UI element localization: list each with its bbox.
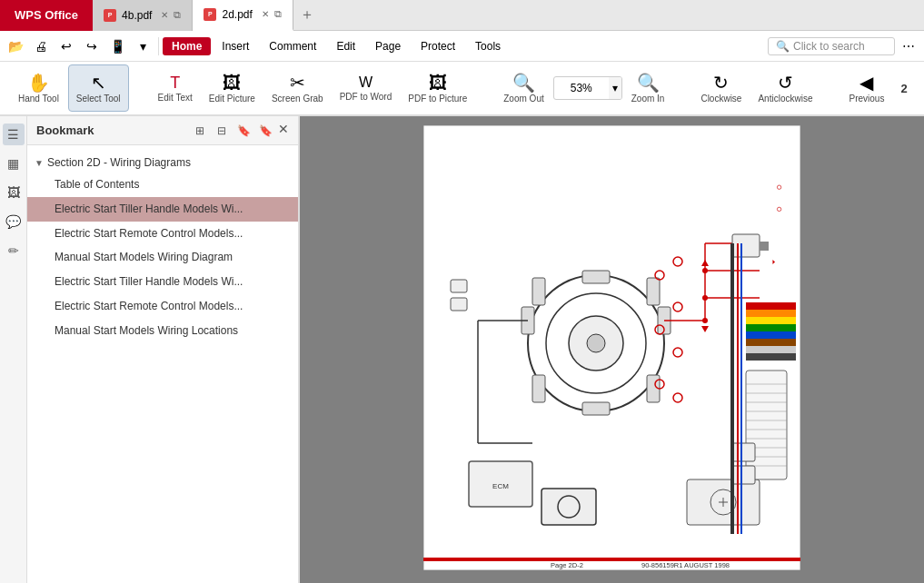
tool-group-nav: ✋ Hand Tool ↖ Select Tool [7,64,133,112]
bookmark-item-es-tiller[interactable]: Electric Start Tiller Handle Models Wi..… [27,197,298,222]
menu-comment[interactable]: Comment [260,37,325,55]
svg-rect-7 [582,402,610,415]
toolbar: ✋ Hand Tool ↖ Select Tool T Edit Text 🖼 … [0,62,924,116]
bookmark-item-es-tiller-label: Electric Start Tiller Handle Models Wi..… [55,203,243,215]
pdf-icon-4b: P [104,9,116,22]
svg-point-21 [702,295,708,301]
pdf-to-picture-label: PDF to Picture [408,94,467,104]
anticlockwise-icon: ↺ [778,74,793,92]
pdf-word-icon: W [359,75,373,90]
bookmark-content: ▼ Section 2D - Wiring Diagrams Table of … [27,145,298,583]
anticlockwise-button[interactable]: ↺ Anticlockwise [750,64,820,112]
sidebar-comment-icon[interactable]: 💬 [3,211,25,232]
tab-2d[interactable]: P 2d.pdf ✕ ⧉ [193,0,293,31]
tab-4b[interactable]: P 4b.pdf ✕ ⧉ [93,0,193,31]
pdf-to-word-button[interactable]: W PDF to Word [333,64,400,112]
bookmark-item-es-remote2[interactable]: Electric Start Remote Control Models... [27,294,298,319]
sidebar-page-icon[interactable]: ▦ [3,153,25,174]
menu-edit[interactable]: Edit [327,37,364,55]
svg-rect-60 [760,242,769,251]
sidebar-annotation-icon[interactable]: ✏ [3,240,25,262]
svg-text:Page 2D-2: Page 2D-2 [551,561,583,569]
print-button[interactable]: 🖨 [29,35,53,58]
bookmark-item-es-remote2-label: Electric Start Remote Control Models... [55,300,243,312]
menu-tools[interactable]: Tools [466,37,510,55]
bookmark-action-2[interactable]: ⊟ [213,122,231,140]
search-bar[interactable]: 🔍 Click to search [768,37,895,55]
edit-picture-button[interactable]: 🖼 Edit Picture [202,64,263,112]
tab-2d-restore[interactable]: ⧉ [274,8,282,20]
hand-tool-button[interactable]: ✋ Hand Tool [11,64,66,112]
bookmark-item-ms-locations[interactable]: Manual Start Models Wiring Locations [27,319,298,343]
svg-rect-55 [746,331,796,339]
zoom-dropdown-arrow[interactable]: ▾ [609,77,621,99]
menu-home[interactable]: Home [163,37,211,55]
svg-rect-69 [451,298,467,311]
pdf-area[interactable]: a- Crank Position Sensor b- Ignition Cha… [300,116,924,583]
bookmark-item-es-tiller2-label: Electric Start Tiller Handle Models Wi..… [55,275,243,288]
tab-2d-close[interactable]: ✕ [262,9,269,19]
anticlockwise-label: Anticlockwise [758,94,812,104]
bookmark-section[interactable]: ▼ Section 2D - Wiring Diagrams [27,153,298,173]
zoom-in-button[interactable]: 🔍 Zoom In [624,64,672,112]
tab-4b-close[interactable]: ✕ [161,10,168,20]
zoom-input[interactable] [554,80,609,96]
new-tab-button[interactable]: ＋ [293,0,321,31]
clockwise-button[interactable]: ↻ Clockwise [693,64,749,112]
edit-text-button[interactable]: T Edit Text [151,64,200,112]
pdf-to-picture-button[interactable]: 🖼 PDF to Picture [401,64,474,112]
redo-button[interactable]: ↪ [80,35,104,58]
sidebar-bookmark-icon[interactable]: ☰ [3,124,25,145]
more-button[interactable]: ▾ [131,35,154,58]
cursor-icon: ↖ [91,74,106,92]
tab-2d-label: 2d.pdf [222,8,252,21]
svg-rect-11 [647,278,660,305]
select-tool-button[interactable]: ↖ Select Tool [68,64,129,112]
svg-point-5 [587,334,605,352]
menu-page[interactable]: Page [366,37,410,55]
svg-rect-12 [532,375,545,402]
previous-label: Previous [849,94,884,104]
tab-4b-label: 4b.pdf [122,9,152,22]
svg-rect-53 [746,317,796,324]
bookmark-item-es-remote[interactable]: Electric Start Remote Control Models... [27,222,298,246]
tool-group-rotate: ↻ Clockwise ↺ Anticlockwise [690,64,823,112]
tab-wps[interactable]: WPS Office [0,0,93,31]
zoom-control: ▾ [553,76,622,100]
screen-grab-button[interactable]: ✂ Screen Grab [264,64,331,112]
svg-rect-57 [746,346,796,353]
open-file-button[interactable]: 📂 [4,35,27,58]
pdf-to-word-label: PDF to Word [340,92,392,102]
bookmark-header: Bookmark ⊞ ⊟ 🔖 🔖 ✕ [27,116,298,145]
tab-4b-restore[interactable]: ⧉ [174,9,181,21]
divider-1 [158,37,159,55]
previous-button[interactable]: ◀ Previous [841,64,891,112]
bookmark-action-3[interactable]: 🔖 [234,122,253,140]
device-button[interactable]: 📱 [105,35,129,58]
pdf-page: a- Crank Position Sensor b- Ignition Cha… [423,125,800,570]
bookmark-item-toc[interactable]: Table of Contents [27,173,298,197]
section-arrow-icon: ▼ [35,158,44,168]
sidebar-image-icon[interactable]: 🖼 [3,182,25,203]
svg-rect-62 [732,466,755,484]
bookmark-item-ms-diagram[interactable]: Manual Start Models Wiring Diagram [27,245,298,270]
bookmark-item-es-tiller2[interactable]: Electric Start Tiller Handle Models Wi..… [27,270,298,294]
menu-insert[interactable]: Insert [213,37,258,55]
bookmark-action-1[interactable]: ⊞ [191,122,209,140]
bookmark-item-toc-label: Table of Contents [55,178,139,191]
svg-rect-61 [732,443,755,461]
bookmark-action-4[interactable]: 🔖 [256,122,274,140]
sidebar-icons: ☰ ▦ 🖼 💬 ✏ [0,116,27,583]
svg-rect-59 [732,234,760,257]
previous-icon: ◀ [859,74,873,92]
more-options-button[interactable]: ⋯ [897,35,920,58]
edit-picture-label: Edit Picture [209,94,255,104]
hand-icon: ✋ [27,74,50,92]
bookmark-close-button[interactable]: ✕ [278,122,289,140]
tool-group-page: ◀ Previous 2 [838,64,918,112]
bookmark-item-es-remote-label: Electric Start Remote Control Models... [55,227,243,240]
menu-protect[interactable]: Protect [412,37,464,55]
undo-button[interactable]: ↩ [55,35,78,58]
svg-rect-68 [451,280,467,292]
zoom-out-button[interactable]: 🔍 Zoom Out [496,64,551,112]
